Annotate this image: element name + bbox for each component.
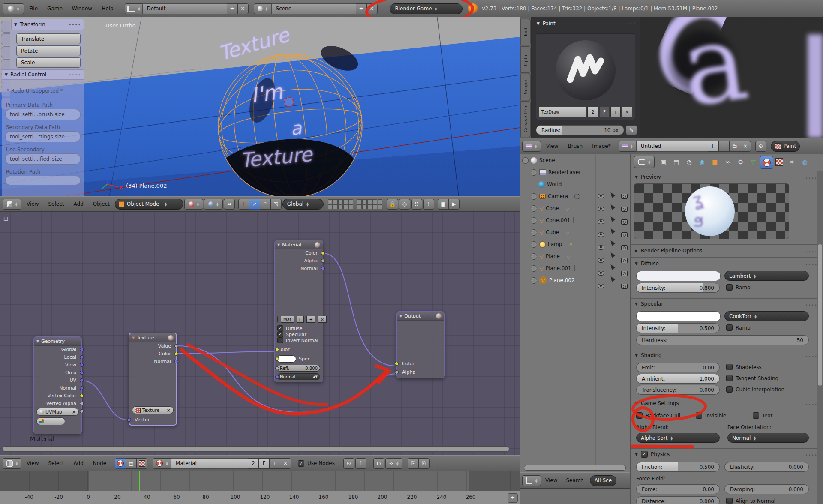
outliner[interactable]: − Scene + RenderLayer World + Camera + C… [520, 154, 630, 489]
tab-tool[interactable]: Tool [520, 19, 531, 45]
proportional-edit-button[interactable]: ◎ [399, 199, 410, 210]
tab-particles[interactable]: ✶ [786, 156, 798, 168]
pressure-sensitivity-button[interactable]: ✎ [626, 125, 637, 135]
camera-restrict-icon[interactable] [621, 245, 628, 250]
eye-icon[interactable] [598, 219, 604, 224]
material-add-button[interactable]: + [269, 458, 280, 469]
cursor-icon[interactable] [609, 263, 615, 270]
material-browse-button[interactable]: ▲▼ [153, 458, 171, 469]
cursor-icon[interactable] [609, 215, 615, 222]
shelf-tab-nub[interactable] [1, 21, 10, 33]
outliner-row[interactable]: + Plane [531, 251, 571, 261]
camera-restrict-icon[interactable] [621, 258, 628, 263]
cursor-icon[interactable] [609, 239, 615, 246]
tab-world[interactable]: ◉ [696, 156, 708, 168]
app-menu-button[interactable]: ▲▼ [3, 3, 24, 14]
layout-delete-button[interactable]: × [237, 3, 249, 14]
eye-icon[interactable] [598, 207, 604, 211]
properties-context-button[interactable]: ▲▼ [634, 156, 655, 168]
transform-panel-header[interactable]: ▼ Transform [11, 19, 84, 30]
fake-user-button[interactable]: F [600, 107, 609, 117]
menu-object[interactable]: Object [89, 201, 114, 207]
layout-add-button[interactable]: + [227, 3, 238, 14]
use-secondary-field[interactable]: tool_setti...ified_size [5, 153, 81, 165]
translate-manipulator-button[interactable]: ↗ [249, 199, 260, 210]
tab-data[interactable]: ▽ [747, 156, 760, 168]
tangent-checkbox-unchecked[interactable] [726, 375, 733, 381]
eye-icon[interactable] [598, 284, 604, 288]
diffuse-color-swatch[interactable] [636, 271, 721, 281]
mode-selector[interactable]: Object Mode▲▼ [115, 199, 183, 210]
expand-icon[interactable]: + [531, 265, 537, 272]
align-checkbox-unchecked[interactable] [726, 498, 733, 504]
collapse-icon[interactable]: − [522, 157, 529, 164]
outliner-row-scene[interactable]: − Scene [522, 155, 555, 165]
tab-scene[interactable]: ◔ [683, 156, 695, 168]
tab-texture[interactable] [773, 156, 785, 168]
properties-vscrollbar-thumb[interactable] [818, 244, 822, 386]
tab-options[interactable]: Optio [520, 46, 531, 73]
primary-data-path-field[interactable]: tool_setti...brush.size [5, 109, 81, 120]
use-nodes-checkbox-checked[interactable]: ✓ [298, 460, 304, 467]
outliner-hscrollbar[interactable] [524, 465, 626, 471]
diffuse-intensity-slider[interactable]: Intensity:0.800 [636, 283, 720, 293]
menu-view[interactable]: View [22, 201, 43, 207]
shading-panel-header[interactable]: ▼Shading [635, 352, 662, 358]
eye-icon[interactable] [598, 271, 604, 276]
menu-node[interactable]: Node [89, 460, 111, 466]
menu-add[interactable]: Add [69, 201, 88, 207]
force-slider[interactable]: Force:0.00 [636, 484, 720, 494]
diffuse-panel-header[interactable]: ▼Diffuse [635, 261, 659, 267]
orientation-selector[interactable]: Global▲▼ [282, 199, 324, 210]
outliner-row[interactable]: + RenderLayer [531, 167, 581, 177]
outliner-row[interactable]: + Cone [531, 203, 570, 213]
pin-button[interactable]: ⊙ [755, 141, 766, 152]
expand-icon[interactable]: + [531, 169, 537, 176]
editor-type-button[interactable]: ▲▼ [522, 475, 541, 486]
alpha-blend-dropdown[interactable]: Alpha Sort▲▼ [636, 433, 720, 443]
rotate-manipulator-button[interactable]: ◠ [260, 199, 271, 210]
menu-help[interactable]: Help [97, 6, 117, 12]
menu-add[interactable]: Add [69, 460, 88, 466]
face-orientation-dropdown[interactable]: Normal▲▼ [727, 433, 809, 443]
camera-restrict-icon[interactable] [621, 232, 628, 237]
image-unlink-button[interactable]: × [740, 141, 751, 152]
manipulator-toggle-button[interactable]: ⊹ [238, 199, 249, 210]
eye-icon[interactable] [598, 258, 604, 263]
expand-icon[interactable]: + [531, 217, 537, 224]
image-mode-selector[interactable]: Paint [771, 141, 800, 152]
compositing-nodes-button[interactable]: ▤ [126, 458, 137, 469]
tab-material[interactable] [760, 156, 773, 169]
tab-modifiers[interactable]: ⚙ [734, 156, 747, 168]
ramp-checkbox-unchecked[interactable] [726, 284, 733, 291]
outliner-row[interactable]: + Cone.001 [531, 215, 574, 225]
physics-panel-header[interactable]: ▼✓Physics [635, 451, 670, 458]
camera-restrict-icon[interactable] [621, 207, 628, 212]
secondary-data-path-field[interactable]: tool_setti...ttings.size [5, 131, 81, 142]
lock-to-scene-button[interactable]: 🔒 [387, 199, 398, 210]
specular-shader-dropdown[interactable]: CookTorr▲▼ [724, 311, 809, 321]
translucency-slider[interactable]: Translucency:0.000 [636, 385, 720, 395]
distance-slider[interactable]: Distance:0.000 [636, 496, 720, 504]
outliner-row[interactable]: + Cube [531, 227, 570, 237]
eye-icon[interactable] [598, 194, 604, 198]
expand-icon[interactable]: + [531, 193, 537, 200]
camera-restrict-icon[interactable] [621, 219, 628, 225]
viewport-shading-selector[interactable]: ▲▼ [184, 199, 203, 210]
texture-nodes-button[interactable] [136, 458, 147, 469]
menu-game[interactable]: Game [43, 6, 67, 12]
cursor-icon[interactable] [609, 251, 615, 258]
outliner-row[interactable]: + Camera [531, 191, 580, 201]
image-open-button[interactable]: 🗀 [729, 141, 740, 152]
layers-grid[interactable] [328, 199, 354, 209]
shadeless-checkbox-unchecked[interactable] [726, 364, 733, 370]
tab-scope[interactable]: Scope [520, 74, 531, 100]
viewport-canvas[interactable]: Texture I'm a Texture User Ortho (34) Pl… [0, 17, 520, 196]
eye-icon[interactable] [598, 232, 604, 237]
cursor-icon[interactable] [609, 191, 615, 198]
menu-brush[interactable]: Brush [563, 143, 587, 149]
material-unlink-button[interactable]: × [280, 458, 291, 469]
snap-magnet-button[interactable]: Ω [373, 458, 384, 469]
material-name-field[interactable]: Material [171, 458, 248, 469]
snap-magnet-button[interactable]: Ω [411, 199, 422, 210]
